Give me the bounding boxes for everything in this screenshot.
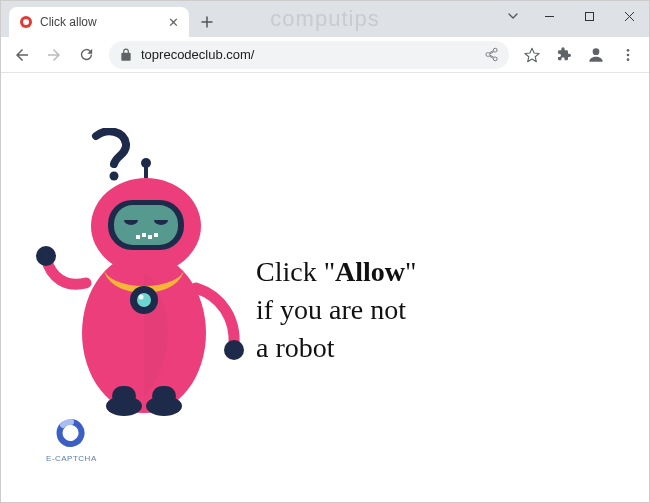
forward-button[interactable] — [39, 40, 69, 70]
message-pre: Click " — [256, 256, 335, 287]
robot-illustration — [36, 128, 256, 408]
url-input[interactable] — [141, 47, 476, 62]
window-controls — [497, 1, 649, 31]
svg-rect-19 — [114, 205, 178, 245]
back-button[interactable] — [7, 40, 37, 70]
tab-search-button[interactable] — [497, 9, 529, 23]
browser-toolbar — [1, 37, 649, 73]
close-window-button[interactable] — [609, 1, 649, 31]
svg-point-3 — [593, 48, 600, 55]
svg-rect-27 — [152, 386, 176, 406]
message-post: " — [405, 256, 416, 287]
allow-message: Click "Allow" if you are not a robot — [256, 253, 417, 366]
svg-point-4 — [627, 49, 630, 52]
watermark-text: computips — [270, 6, 379, 32]
new-tab-button[interactable] — [193, 8, 221, 36]
captcha-badge: E-CAPTCHA — [46, 418, 97, 463]
menu-button[interactable] — [613, 40, 643, 70]
message-line-3: a robot — [256, 329, 417, 367]
page-content: Click "Allow" if you are not a robot E-C… — [1, 73, 649, 502]
message-line-1: Click "Allow" — [256, 253, 417, 291]
bookmark-button[interactable] — [517, 40, 547, 70]
svg-rect-23 — [154, 233, 158, 237]
svg-rect-26 — [112, 386, 136, 406]
svg-rect-20 — [136, 235, 140, 239]
captcha-icon — [56, 418, 86, 448]
tab-favicon — [19, 15, 33, 29]
svg-point-1 — [23, 19, 29, 25]
svg-point-14 — [139, 295, 144, 300]
svg-point-17 — [141, 158, 151, 168]
extensions-button[interactable] — [549, 40, 579, 70]
tab-title: Click allow — [40, 15, 97, 29]
svg-point-6 — [627, 58, 630, 61]
window-titlebar: computips Click allow ✕ — [1, 1, 649, 37]
address-bar[interactable] — [109, 41, 509, 69]
browser-tab[interactable]: Click allow ✕ — [9, 7, 189, 37]
captcha-label: E-CAPTCHA — [46, 454, 97, 463]
svg-rect-22 — [148, 235, 152, 239]
tab-strip: Click allow ✕ — [1, 1, 221, 37]
svg-point-8 — [36, 246, 56, 266]
svg-rect-2 — [585, 12, 593, 20]
minimize-button[interactable] — [529, 1, 569, 31]
message-line-2: if you are not — [256, 291, 417, 329]
close-tab-icon[interactable]: ✕ — [168, 16, 179, 29]
svg-rect-21 — [142, 233, 146, 237]
site-info-icon[interactable] — [119, 48, 133, 62]
reload-button[interactable] — [71, 40, 101, 70]
svg-point-9 — [224, 340, 244, 360]
svg-point-7 — [110, 172, 119, 181]
share-icon[interactable] — [484, 47, 499, 62]
message-bold: Allow — [335, 256, 405, 287]
svg-point-13 — [137, 293, 151, 307]
profile-button[interactable] — [581, 40, 611, 70]
maximize-button[interactable] — [569, 1, 609, 31]
svg-point-5 — [627, 53, 630, 56]
